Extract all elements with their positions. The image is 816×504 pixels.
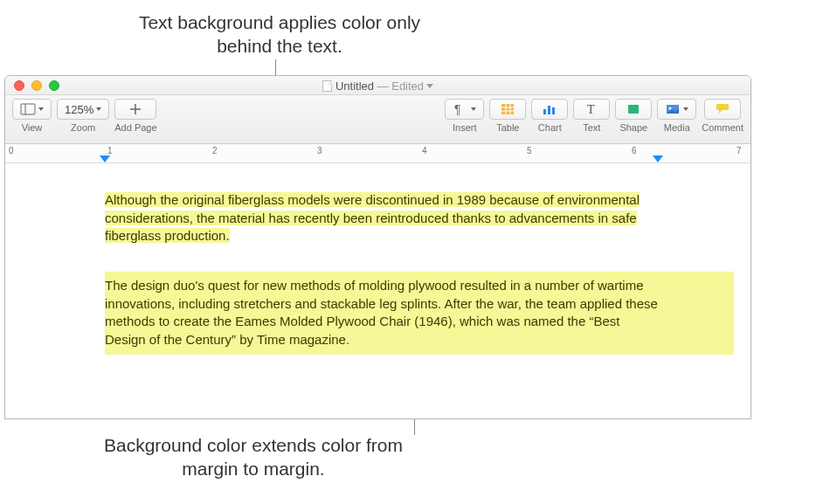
svg-rect-0 xyxy=(21,104,35,114)
paragraph-text-background[interactable]: Although the original fiberglass models … xyxy=(105,191,658,245)
shape-label: Shape xyxy=(619,122,647,133)
view-button[interactable] xyxy=(12,99,52,120)
table-label: Table xyxy=(496,122,519,133)
callout-text-background: Text background applies color only behin… xyxy=(114,10,446,59)
paragraph-block-background[interactable]: The design duo's quest for new methods o… xyxy=(105,272,734,355)
insert-label: Insert xyxy=(453,122,477,133)
svg-point-16 xyxy=(669,107,672,110)
document-name: Untitled xyxy=(335,79,374,93)
app-window: Untitled — Edited View 125% Zoom Add Pag… xyxy=(4,75,751,419)
media-label: Media xyxy=(664,122,690,133)
ruler-mark-7: 7 xyxy=(736,146,742,155)
document-body[interactable]: Although the original fiberglass models … xyxy=(5,163,750,355)
shape-icon xyxy=(626,101,641,117)
ruler-mark-6: 6 xyxy=(632,146,637,155)
chevron-down-icon xyxy=(38,107,44,111)
svg-text:¶: ¶ xyxy=(454,102,461,116)
right-indent-marker[interactable] xyxy=(653,155,663,162)
close-button[interactable] xyxy=(14,80,24,91)
comment-button[interactable] xyxy=(704,99,741,120)
plus-icon xyxy=(128,101,143,117)
svg-rect-10 xyxy=(543,109,546,114)
chart-button[interactable] xyxy=(531,99,568,120)
sidebar-icon xyxy=(20,101,36,117)
window-title[interactable]: Untitled — Edited xyxy=(5,79,750,93)
ruler-mark-0: 0 xyxy=(9,146,14,155)
chart-label: Chart xyxy=(538,122,562,133)
add-page-button[interactable] xyxy=(114,99,156,120)
paragraph-2-text: The design duo's quest for new methods o… xyxy=(105,278,658,347)
comment-icon xyxy=(715,101,730,117)
text-label: Text xyxy=(583,122,600,133)
chevron-down-icon xyxy=(471,107,476,111)
comment-label: Comment xyxy=(702,122,743,133)
view-label: View xyxy=(22,122,43,133)
svg-rect-5 xyxy=(501,104,514,114)
document-edited-label: — Edited xyxy=(374,79,424,93)
table-icon xyxy=(500,101,515,117)
zoom-value: 125% xyxy=(65,103,93,116)
chevron-down-icon xyxy=(683,107,688,111)
svg-rect-11 xyxy=(548,106,550,114)
ruler-mark-2: 2 xyxy=(212,146,218,155)
ruler-mark-3: 3 xyxy=(317,146,322,155)
titlebar: Untitled — Edited xyxy=(5,76,750,95)
ruler-mark-1: 1 xyxy=(107,146,113,155)
minimize-button[interactable] xyxy=(31,80,42,91)
callout-paragraph-background: Background color extends color from marg… xyxy=(87,433,419,481)
ruler-mark-5: 5 xyxy=(527,146,532,155)
toolbar: View 125% Zoom Add Page ¶ Insert xyxy=(5,95,750,144)
ruler[interactable]: 0 1 2 3 4 5 6 7 xyxy=(5,144,750,163)
text-icon: T xyxy=(584,101,599,117)
add-page-label: Add Page xyxy=(114,122,156,133)
table-button[interactable] xyxy=(489,99,526,120)
svg-text:T: T xyxy=(587,103,595,116)
chevron-down-icon xyxy=(426,84,433,88)
zoom-label: Zoom xyxy=(71,122,95,133)
insert-button[interactable]: ¶ xyxy=(445,99,484,120)
document-icon xyxy=(322,80,332,92)
svg-rect-14 xyxy=(628,105,639,114)
paragraph-1-text: Although the original fiberglass models … xyxy=(105,192,640,243)
svg-rect-17 xyxy=(716,104,729,110)
media-icon xyxy=(665,101,681,117)
text-button[interactable]: T xyxy=(573,99,610,120)
chevron-down-icon xyxy=(96,107,101,111)
svg-rect-12 xyxy=(552,107,555,114)
shape-button[interactable] xyxy=(615,99,652,120)
ruler-mark-4: 4 xyxy=(422,146,427,155)
maximize-button[interactable] xyxy=(49,80,59,91)
media-button[interactable] xyxy=(657,99,696,120)
pilcrow-icon: ¶ xyxy=(453,101,468,117)
zoom-button[interactable]: 125% xyxy=(57,99,109,120)
left-indent-marker[interactable] xyxy=(100,155,110,162)
chart-icon xyxy=(542,101,557,117)
